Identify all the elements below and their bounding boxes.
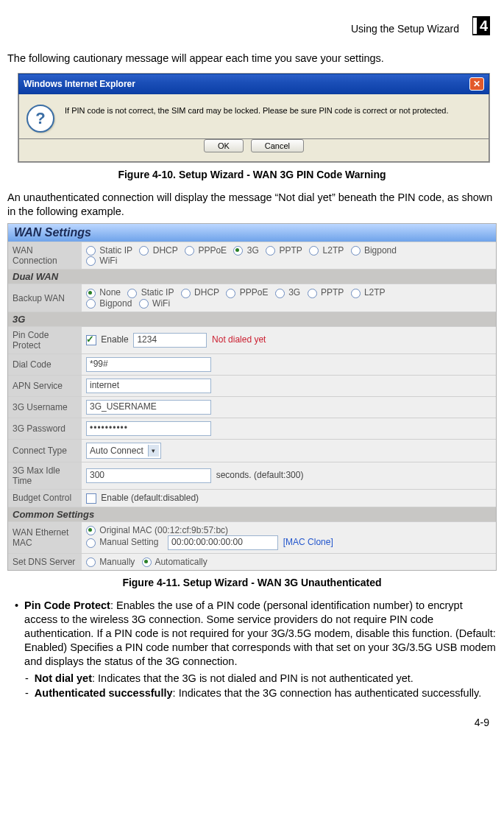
row-idle-time: 3G Max Idle Time 300 seconds. (default:3… [8,462,496,489]
dialog-body: ? If PIN code is not correct, the SIM ca… [18,94,489,139]
select-connect-type[interactable]: Auto Connect ▾ [86,443,161,459]
page-header: Using the Setup Wizard 4 [7,18,497,37]
row-backup-wan: Backup WAN None Static IP DHCP PPPoE 3G … [8,284,496,312]
label-backup-wan: Backup WAN [8,284,82,312]
input-mac-manual[interactable]: 00:00:00:00:00:00 [168,535,278,550]
checkbox-pin-enable[interactable] [86,335,96,345]
cancel-button[interactable]: Cancel [251,139,304,152]
chapter-number: 4 [477,18,491,34]
label-connect-type: Connect Type [8,439,82,462]
link-mac-clone[interactable]: [MAC Clone] [283,537,333,547]
value-backup-wan: None Static IP DHCP PPPoE 3G PPTP L2TP B… [82,284,496,312]
radio-bk-wifi[interactable] [139,299,149,309]
dialog-titlebar: Windows Internet Explorer ✕ [18,74,489,94]
input-idle-time[interactable]: 300 [86,468,211,483]
label-budget: Budget Control [8,489,82,507]
row-3g-username: 3G Username 3G_USERNAME [8,396,496,418]
intro-paragraph: The following cautionary message will ap… [7,52,497,66]
page-number: 4-9 [7,717,497,728]
section-3g: 3G [8,312,496,326]
section-dual-wan: Dual WAN [8,270,496,284]
row-mac: WAN Ethernet MAC Original MAC (00:12:cf:… [8,521,496,553]
figure2-caption: Figure 4-11. Setup Wizard - WAN 3G Unaut… [7,577,497,588]
bullet-list: • Pin Code Protect: Enables the use of a… [7,599,497,700]
ok-button[interactable]: OK [204,139,244,152]
question-icon: ? [26,105,54,133]
label-mac: WAN Ethernet MAC [8,521,82,553]
pin-status: Not dialed yet [212,334,266,345]
radio-bk-pptp[interactable] [308,289,317,298]
value-pin-code: Enable 1234 Not dialed yet [82,326,496,353]
label-apn: APN Service [8,375,82,396]
dialog-message: If PIN code is not correct, the SIM card… [65,106,449,115]
sub-authenticated: - Authenticated successfully: Indicates … [25,686,497,700]
label-3g-username: 3G Username [8,396,82,418]
radio-pppoe[interactable] [185,246,194,256]
row-budget: Budget Control Enable (default:disabled) [8,489,496,507]
radio-dns-manual[interactable] [86,557,96,567]
sub-text: Authenticated successfully: Indicates th… [35,686,481,700]
close-icon[interactable]: ✕ [469,77,484,91]
row-dial-code: Dial Code *99# [8,353,496,375]
radio-bk-dhcp[interactable] [181,289,191,298]
radio-pptp[interactable] [266,246,275,256]
radio-bk-bigpond[interactable] [86,299,96,309]
value-mac: Original MAC (00:12:cf:9b:57:bc) Manual … [82,521,496,553]
dash-icon: - [25,686,29,700]
row-3g-password: 3G Password •••••••••• [8,418,496,439]
input-pin-code[interactable]: 1234 [133,333,207,348]
dialog-button-row: OK Cancel [18,139,489,162]
radio-bk-l2tp[interactable] [351,289,361,298]
chevron-down-icon: ▾ [148,445,159,457]
label-pin-code: Pin Code Protect [8,326,82,353]
section-common: Common Settings [8,507,496,521]
wan-settings-table: WAN Connection Static IP DHCP PPPoE 3G P… [8,242,496,571]
label-wan-connection: WAN Connection [8,242,82,270]
wan-settings-header: WAN Settings [8,224,496,242]
row-dns: Set DNS Server Manually Automatically [8,554,496,571]
radio-dns-auto[interactable] [142,557,152,567]
radio-mac-orig[interactable] [86,526,96,535]
input-3g-username[interactable]: 3G_USERNAME [86,400,211,415]
radio-static[interactable] [86,246,96,256]
paragraph-2: An unauthenticated connection will displ… [7,191,497,219]
label-idle-time: 3G Max Idle Time [8,462,82,489]
bullet-dot: • [15,599,18,668]
radio-bk-pppoe[interactable] [226,289,235,298]
wan-settings-panel: WAN Settings WAN Connection Static IP DH… [7,223,497,571]
radio-l2tp[interactable] [309,246,319,256]
dash-icon: - [25,672,29,686]
label-dial-code: Dial Code [8,353,82,375]
input-dial-code[interactable]: *99# [86,357,211,372]
radio-dhcp[interactable] [139,246,149,256]
bullet-text: Pin Code Protect: Enables the use of a P… [24,599,497,668]
radio-mac-manual[interactable] [86,538,96,548]
section-title: Using the Setup Wizard [351,23,459,35]
dialog-title: Windows Internet Explorer [24,79,135,89]
radio-bk-none[interactable] [86,289,96,298]
row-connect-type: Connect Type Auto Connect ▾ [8,439,496,462]
sub-text: Not dial yet: Indicates that the 3G is n… [35,672,414,686]
figure1-caption: Figure 4-10. Setup Wizard - WAN 3G PIN C… [7,169,497,180]
value-wan-connection: Static IP DHCP PPPoE 3G PPTP L2TP Bigpon… [82,242,496,270]
label-dns: Set DNS Server [8,554,82,571]
input-3g-password[interactable]: •••••••••• [86,421,211,436]
value-dns: Manually Automatically [82,554,496,571]
bullet-pin-code: • Pin Code Protect: Enables the use of a… [15,599,497,668]
sub-not-dial-yet: - Not dial yet: Indicates that the 3G is… [25,672,497,686]
chapter-tab: 4 [472,16,492,35]
radio-3g[interactable] [233,246,243,256]
row-apn: APN Service internet [8,375,496,396]
checkbox-budget[interactable] [86,493,96,504]
radio-bigpond[interactable] [351,246,361,256]
dialog-figure: Windows Internet Explorer ✕ ? If PIN cod… [18,73,490,163]
radio-wifi[interactable] [86,256,96,266]
label-3g-password: 3G Password [8,418,82,439]
row-wan-connection: WAN Connection Static IP DHCP PPPoE 3G P… [8,242,496,270]
radio-bk-3g[interactable] [275,289,285,298]
input-apn[interactable]: internet [86,379,211,393]
radio-bk-static[interactable] [127,289,137,298]
row-pin-code: Pin Code Protect Enable 1234 Not dialed … [8,326,496,353]
